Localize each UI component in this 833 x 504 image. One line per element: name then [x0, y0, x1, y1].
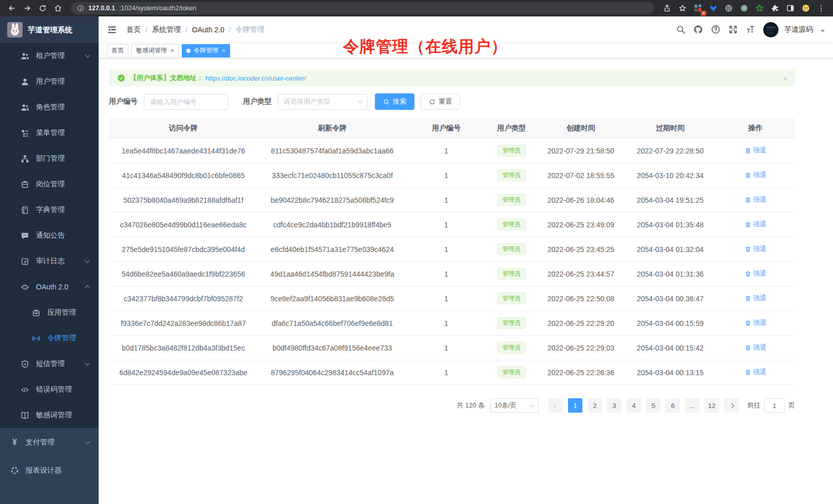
sidebar-item-dict[interactable]: 字典管理 — [0, 197, 99, 223]
page-button-2[interactable]: 2 — [588, 398, 602, 413]
gem-extension-icon[interactable] — [707, 2, 720, 14]
sidebar-item-sms[interactable]: 短信管理 — [0, 351, 99, 377]
cell-actions: 强退 — [716, 318, 795, 328]
page-content: 【用户体系】文档地址： https://doc.iocoder.cn/user-… — [99, 59, 833, 413]
trash-icon — [745, 320, 751, 326]
extension-grid-icon[interactable]: 9 — [691, 2, 705, 14]
cell-created-time: 2022-06-26 18:04:46 — [537, 196, 624, 204]
breadcrumb-separator: / — [145, 26, 147, 34]
page-size-select[interactable]: 10条/页 — [490, 398, 539, 413]
search-button[interactable]: 搜索 — [375, 93, 414, 110]
force-logout-button[interactable]: 强退 — [745, 146, 767, 155]
alert-text: 【用户体系】文档地址： — [130, 73, 203, 83]
page-button-6[interactable]: 6 — [666, 398, 680, 413]
browser-menu-icon[interactable] — [815, 2, 828, 14]
goto-page-input[interactable] — [764, 398, 785, 413]
sidebar-item-pay[interactable]: ¥支付管理 — [0, 428, 99, 456]
sidebar-item-audit-log[interactable]: 审计日志 — [0, 248, 99, 274]
force-logout-button[interactable]: 强退 — [745, 343, 767, 352]
page-ellipsis[interactable]: ... — [685, 398, 699, 413]
forward-icon[interactable] — [21, 2, 34, 14]
puzzle-extensions-icon[interactable] — [768, 2, 782, 14]
site-info-icon[interactable] — [77, 5, 84, 12]
force-logout-button[interactable]: 强退 — [745, 318, 767, 327]
force-logout-button[interactable]: 强退 — [745, 244, 767, 254]
breadcrumb-item[interactable]: OAuth 2.0 — [192, 26, 224, 34]
sidebar-item-tenant[interactable]: 租户管理 — [0, 43, 99, 69]
page-button-4[interactable]: 4 — [627, 398, 641, 413]
cell-user-type: 管理员 — [486, 219, 537, 230]
user-type-badge: 管理员 — [497, 342, 526, 353]
sidebar-item-label: 报表设计器 — [26, 466, 62, 475]
page-button-1[interactable]: 1 — [568, 398, 582, 413]
force-logout-button[interactable]: 强退 — [745, 367, 767, 377]
back-icon[interactable] — [5, 2, 18, 14]
github-icon[interactable] — [693, 25, 703, 34]
app-logo[interactable]: 芋道管理系统 — [0, 16, 99, 43]
force-logout-button[interactable]: 强退 — [745, 294, 767, 303]
force-logout-button[interactable]: 强退 — [745, 170, 767, 180]
prev-page-button[interactable] — [548, 398, 563, 413]
tab-close-icon[interactable]: × — [171, 47, 174, 54]
chevron-down-icon — [85, 361, 90, 366]
share-icon[interactable] — [660, 2, 674, 14]
next-page-button[interactable] — [724, 398, 739, 413]
reload-icon[interactable] — [36, 2, 49, 14]
sidebar-item-report-designer[interactable]: 报表设计器 — [0, 456, 99, 484]
table-header-row: 访问令牌刷新令牌用户编号用户类型创建时间过期时间操作 — [109, 118, 795, 139]
user-menu-caret-icon[interactable] — [821, 30, 825, 32]
sidebar-item-dept[interactable]: 部门管理 — [0, 146, 99, 171]
doc-link[interactable]: https://doc.iocoder.cn/user-center/ — [205, 74, 306, 82]
tab-close-icon[interactable]: × — [222, 47, 225, 54]
tab-敏感词管理[interactable]: 敏感词管理× — [131, 44, 179, 57]
fullscreen-icon[interactable] — [728, 25, 738, 34]
page-button-5[interactable]: 5 — [646, 398, 660, 413]
breadcrumb-item[interactable]: 系统管理 — [152, 25, 181, 34]
user-avatar[interactable] — [763, 22, 779, 37]
force-logout-button[interactable]: 强退 — [745, 195, 767, 204]
sidebar-item-menu[interactable]: 菜单管理 — [0, 120, 99, 146]
font-size-icon[interactable] — [746, 25, 755, 34]
bookmark-star-icon[interactable] — [676, 2, 689, 14]
user-type-select[interactable]: 请选择用户类型 — [278, 94, 368, 110]
record-extension-icon[interactable] — [737, 2, 751, 14]
browser-chrome: 127.0.0.1:1024/system/oauth2/token 9 — [0, 0, 833, 16]
tab-首页[interactable]: 首页 — [107, 44, 128, 57]
sidebar-item-oauth2-app[interactable]: 应用管理 — [0, 300, 99, 325]
sidebar-item-user[interactable]: 用户管理 — [0, 69, 99, 94]
profile-avatar-icon[interactable] — [799, 2, 812, 14]
green-star-extension-icon[interactable] — [753, 2, 766, 14]
sidebar-item-oauth2-token[interactable]: 令牌管理 — [0, 325, 99, 351]
user-id-input[interactable] — [144, 94, 229, 110]
address-bar[interactable]: 127.0.0.1:1024/system/oauth2/token — [71, 2, 654, 14]
command-extension-icon[interactable] — [722, 2, 735, 14]
side-panel-icon[interactable] — [784, 2, 797, 14]
help-icon[interactable] — [711, 25, 721, 34]
tab-label: 敏感词管理 — [136, 46, 167, 55]
sidebar-item-notice[interactable]: 通知公告 — [0, 223, 99, 248]
sidebar-item-error-code[interactable]: 错误码管理 — [0, 377, 99, 402]
sidebar-item-oauth2[interactable]: OAuth 2.0 — [0, 274, 99, 300]
tab-令牌管理[interactable]: 令牌管理× — [182, 44, 230, 57]
home-icon[interactable] — [51, 2, 65, 14]
page-button-12[interactable]: 12 — [705, 398, 719, 413]
sidebar-item-sensitive-word[interactable]: 敏感词管理 — [0, 402, 99, 428]
username: 芋道源码 — [784, 25, 813, 34]
table-row: 6d842e2924594de9a09e45e087323abe8796295f… — [109, 360, 795, 385]
active-tab-dot — [186, 49, 191, 53]
sidebar-item-label: 审计日志 — [36, 257, 65, 266]
force-logout-button[interactable]: 强退 — [745, 269, 767, 278]
cell-expire-time: 2054-03-04 01:35:48 — [624, 221, 716, 229]
open-book-icon — [21, 411, 29, 420]
force-logout-button[interactable]: 强退 — [745, 220, 767, 229]
page-button-3[interactable]: 3 — [607, 398, 621, 413]
column-header: 创建时间 — [537, 124, 624, 133]
reset-button[interactable]: 重置 — [421, 93, 460, 110]
search-icon[interactable] — [676, 25, 686, 34]
breadcrumb-item[interactable]: 首页 — [126, 25, 141, 34]
sidebar-item-role[interactable]: 角色管理 — [0, 94, 99, 120]
sidebar-fold-icon[interactable] — [107, 25, 117, 35]
alert-close-icon[interactable]: × — [783, 74, 788, 82]
sidebar-item-post[interactable]: 岗位管理 — [0, 171, 99, 197]
cell-expire-time: 2054-03-04 00:15:42 — [624, 344, 716, 352]
